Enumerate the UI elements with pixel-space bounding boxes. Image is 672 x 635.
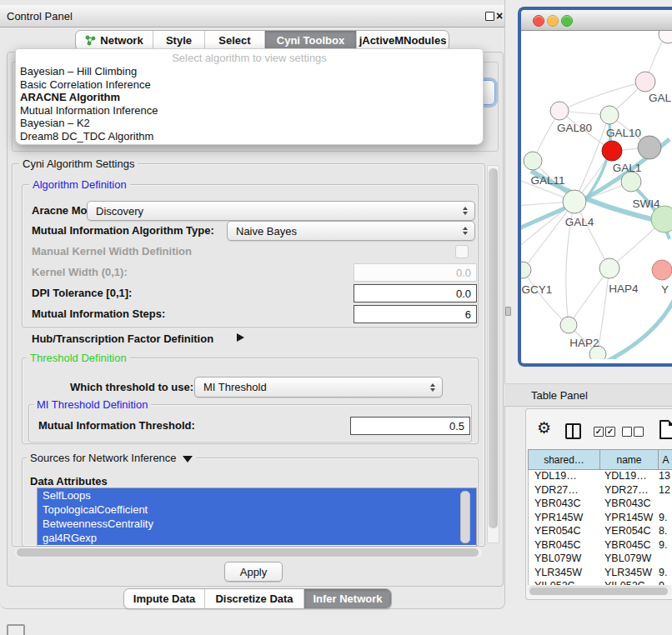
node-label: GAL10 [606,127,641,139]
deselect-all-icon[interactable] [622,427,632,437]
tab-infer-network[interactable]: Infer Network [303,589,391,608]
table-row[interactable]: YER054CYER054C8. [529,525,672,539]
dropdown-item[interactable]: Bayesian – Hill Climbing [16,65,483,78]
network-node-selected[interactable] [602,141,622,161]
tab-infer-network-label: Infer Network [313,592,382,605]
tab-cyni-toolbox[interactable]: Cyni Toolbox [264,31,356,50]
column-header[interactable]: shared… [529,450,600,469]
network-node[interactable] [621,172,641,192]
split-divider-handle[interactable] [505,307,511,316]
dpi-tolerance-field[interactable]: 0.0 [354,284,477,302]
tab-discretize-data[interactable]: Discretize Data [204,589,303,608]
close-traffic-light[interactable] [533,15,544,27]
tab-style[interactable]: Style [153,31,204,50]
tab-impute-data-label: Impute Data [133,592,195,605]
network-node[interactable] [600,106,619,124]
table-row[interactable]: YBR043CYBR043C [529,498,672,512]
gear-icon[interactable]: ⚙ [537,420,551,436]
node-label: GAL11 [530,174,564,187]
table-horizontal-scrollbar[interactable] [528,586,671,596]
network-node[interactable] [563,190,586,213]
network-icon [85,35,96,46]
dropdown-item[interactable]: Dream8 DC_TDC Algorithm [16,130,483,143]
combo-stepper-icon [430,383,435,392]
data-attributes-label: Data Attributes [30,475,108,488]
table-panel-header: Table Panel [504,383,672,407]
tab-network[interactable]: Network [76,31,153,50]
aracne-mode-value: Discovery [96,205,143,218]
combo-stepper-icon [463,227,468,235]
dropdown-item[interactable]: Mutual Information Inference [16,104,483,118]
which-threshold-combo[interactable]: MI Threshold [194,377,443,398]
network-node[interactable] [550,102,569,120]
table-row[interactable]: YDR27…YDR27…12 [529,484,672,498]
manual-kernel-width-checkbox[interactable] [455,245,469,258]
network-node[interactable] [635,72,655,92]
tab-impute-data[interactable]: Impute Data [124,589,204,608]
algorithm-definition-title: Algorithm Definition [29,178,130,191]
settings-vertical-scrollbar[interactable] [487,165,499,543]
table-row[interactable]: YBR045CYBR045C9. [529,539,672,553]
tab-select-label: Select [218,34,250,47]
network-node[interactable] [524,152,542,170]
node-label: GCY1 [522,283,553,296]
list-item[interactable]: SelfLoops [38,488,476,502]
apply-button[interactable]: Apply [224,562,283,582]
list-item[interactable]: gal4RGexp [38,531,476,545]
table-row[interactable]: YLR345WYLR345W9. [529,567,672,581]
column-header[interactable]: A [659,450,672,469]
network-node[interactable] [521,262,531,278]
minimize-traffic-light[interactable] [547,15,559,27]
table-row[interactable]: YIL052CYIL052C9 [529,580,672,585]
docked-panel-icon[interactable] [7,624,25,635]
aracne-mode-combo[interactable]: Discovery [87,201,475,221]
table-row[interactable]: YDL19…YDL19…13 [529,470,672,484]
float-window-icon[interactable] [485,12,494,21]
bottom-tabbar: Impute Data Discretize Data Infer Networ… [123,588,392,609]
tab-select[interactable]: Select [204,31,264,50]
expand-arrow-icon[interactable] [237,333,244,342]
columns-icon[interactable] [565,423,581,439]
panel-title: Control Panel [7,10,73,22]
collapse-arrow-icon [183,456,193,462]
select-all-icon[interactable]: ✓ [605,427,615,437]
settings-horizontal-scrollbar[interactable] [15,548,482,558]
mi-threshold-field[interactable]: 0.5 [350,417,470,435]
column-header[interactable]: name [600,450,659,469]
deselect-all-icon[interactable] [634,427,644,437]
close-icon[interactable]: × [496,9,503,22]
list-vscroll-thumb[interactable] [460,491,470,543]
new-table-icon[interactable] [659,420,672,439]
zoom-traffic-light[interactable] [561,15,573,27]
dropdown-item-selected[interactable]: ARACNE Algorithm [16,91,483,104]
settings-hscroll-thumb[interactable] [17,548,479,557]
dropdown-item[interactable]: Basic Correlation Inference [16,78,483,92]
list-item[interactable]: TopologicalCoefficient [38,502,476,517]
table-row[interactable]: YBL079WYBL079W [529,552,672,567]
node-table: shared… name A YDL19…YDL19…13 YDR27…YDR2… [528,449,672,585]
settings-vscroll-thumb[interactable] [489,168,498,528]
mi-steps-field[interactable]: 6 [354,305,477,323]
tab-discretize-data-label: Discretize Data [215,592,293,605]
dropdown-item[interactable]: Bayesian – K2 [16,117,483,130]
table-hscroll-thumb[interactable] [529,588,668,595]
network-node[interactable] [638,136,661,159]
select-all-icon[interactable]: ✓ [594,427,604,437]
node-label: GAL80 [557,122,592,134]
network-node[interactable] [599,258,619,278]
dpi-tolerance-label: DPI Tolerance [0,1]: [32,287,132,299]
table-row[interactable]: YPR145WYPR145W9. [529,512,672,526]
network-canvas[interactable]: GAL GAL80 GAL10 GAL1 GAL11 SWI4 GAL4 GCY… [521,31,672,363]
sources-title[interactable]: Sources for Network Inference [27,452,196,464]
mi-algorithm-type-label: Mutual Information Algorithm Type: [32,224,214,237]
network-window-titlebar[interactable] [521,10,672,31]
tab-jactivemnodules[interactable]: jActiveMNodules [356,31,449,50]
mi-algorithm-type-combo[interactable]: Naive Bayes [227,221,475,241]
network-node[interactable] [652,260,672,280]
list-item[interactable]: BetweennessCentrality [38,517,476,531]
network-node[interactable] [659,31,672,43]
hub-definition-label[interactable]: Hub/Transcription Factor Definition [32,332,213,345]
manual-kernel-width-label: Manual Kernel Width Definition [32,245,192,258]
network-node[interactable] [560,317,577,333]
kernel-width-field[interactable]: 0.0 [354,263,477,282]
